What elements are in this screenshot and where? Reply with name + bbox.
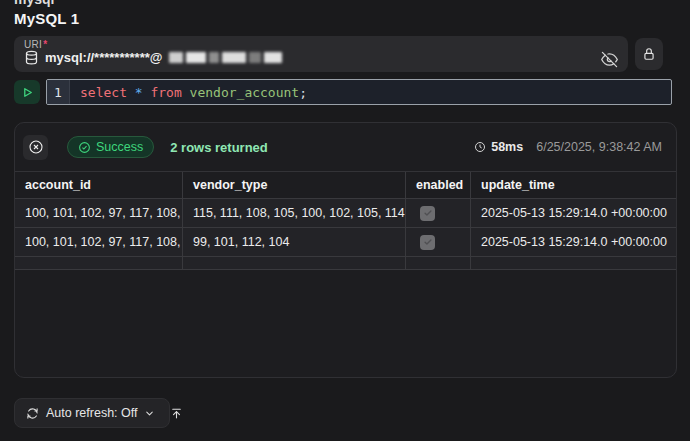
column-header: update_time [471,172,676,199]
results-table: account_id vendor_type enabled update_ti… [15,171,676,270]
sql-operator: * [135,85,151,100]
scroll-to-top-icon[interactable] [170,407,183,420]
column-header: account_id [15,172,183,199]
checkbox-checked [420,206,435,221]
sql-keyword: from [150,85,189,100]
clipped-heading: mysql [14,0,54,7]
sql-code-line[interactable]: select * from vendor_account; [70,80,307,104]
query-duration: 58ms [474,140,523,154]
cell-update-time: 2025-05-13 15:29:14.0 +00:00:00 [471,199,676,228]
database-icon [24,50,39,65]
cell-vendor-type: 99, 101, 112, 104 [183,228,406,257]
checkbox-checked [420,235,435,250]
table-row: 100, 101, 102, 97, 117, 108, 116 115, 11… [15,199,676,228]
cell-update-time: 2025-05-13 15:29:14.0 +00:00:00 [471,228,676,257]
sql-punctuation: ; [299,85,307,100]
results-panel: Success 2 rows returned 58ms 6/25/2025, … [14,122,677,378]
required-marker: * [43,39,47,50]
cell-account-id: 100, 101, 102, 97, 117, 108, 116 [15,199,183,228]
table-row: 100, 101, 102, 97, 117, 108, 116 99, 101… [15,228,676,257]
cell-vendor-type: 115, 111, 108, 105, 100, 102, 105, 114, … [183,199,406,228]
auto-refresh-control[interactable]: Auto refresh: Off [14,398,170,428]
results-header: Success 2 rows returned 58ms 6/25/2025, … [15,123,676,171]
check-circle-icon [78,141,91,154]
status-label: Success [96,140,143,154]
table-filler-row [15,257,676,270]
refresh-icon [26,407,39,420]
eye-off-icon[interactable] [601,51,618,68]
lock-icon [642,47,656,61]
column-header: vendor_type [183,172,406,199]
close-results-button[interactable] [23,135,48,160]
cell-account-id: 100, 101, 102, 97, 117, 108, 116 [15,228,183,257]
column-header: enabled [406,172,471,199]
run-query-button[interactable] [14,80,40,104]
uri-value: mysql://***********@ [45,50,162,65]
table-header-row: account_id vendor_type enabled update_ti… [15,172,676,199]
sql-identifier: vendor_account [190,85,300,100]
run-timestamp: 6/25/2025, 9:38:42 AM [536,140,662,154]
cell-enabled [406,228,471,257]
line-number-gutter: 1 [47,80,70,104]
clock-icon [474,141,486,153]
play-icon [21,86,34,99]
rows-returned-text: 2 rows returned [170,140,268,155]
chevron-down-icon[interactable] [144,408,155,419]
status-badge: Success [67,136,154,158]
sql-keyword: select [80,85,135,100]
lock-button[interactable] [635,38,663,70]
close-circle-icon [28,139,44,155]
auto-refresh-label: Auto refresh: Off [46,406,137,420]
uri-label: URI* [24,39,618,50]
uri-input[interactable]: URI* mysql://***********@ [14,36,628,72]
sql-editor[interactable]: 1 select * from vendor_account; [46,79,672,105]
cell-enabled [406,199,471,228]
redacted-uri-blur [169,52,282,63]
page-title: MySQL 1 [14,10,79,27]
